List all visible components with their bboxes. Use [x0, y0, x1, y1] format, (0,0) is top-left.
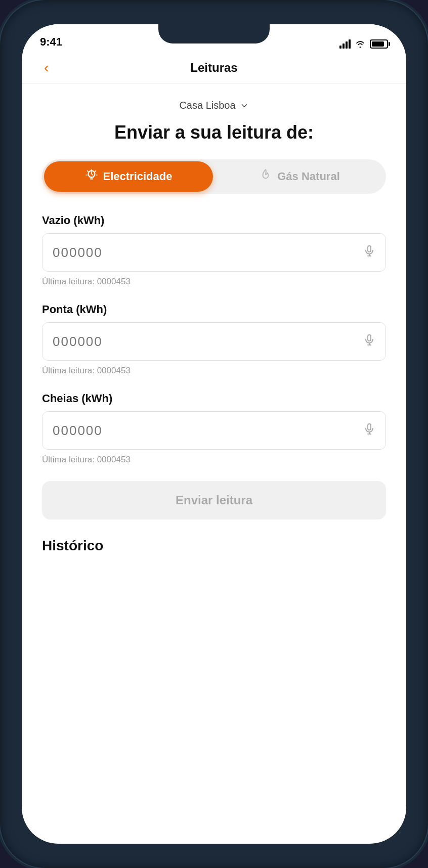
location-name: Casa Lisboa	[179, 100, 235, 111]
submit-button[interactable]: Enviar leitura	[42, 481, 386, 519]
svg-rect-4	[368, 335, 371, 341]
mic-icon-ponta[interactable]	[363, 334, 375, 350]
field-label-vazio: Vazio (kWh)	[42, 214, 386, 227]
tab-gas-label: Gás Natural	[277, 170, 340, 183]
field-group-cheias: Cheias (kWh) Última leitura: 00004	[42, 392, 386, 465]
input-cheias[interactable]	[53, 423, 363, 439]
wifi-icon	[355, 40, 366, 48]
mic-icon-cheias[interactable]	[363, 423, 375, 439]
input-wrapper-ponta	[42, 322, 386, 361]
chevron-down-icon	[240, 101, 249, 110]
field-label-ponta: Ponta (kWh)	[42, 303, 386, 316]
field-group-vazio: Vazio (kWh) Última leitura: 000045	[42, 214, 386, 287]
field-group-ponta: Ponta (kWh) Última leitura: 000045	[42, 303, 386, 376]
notch	[158, 24, 270, 44]
input-wrapper-cheias	[42, 411, 386, 450]
header: ‹ Leituras	[22, 53, 406, 83]
content-area: Casa Lisboa Enviar a sua leitura de:	[22, 83, 406, 844]
tab-gas[interactable]: Gás Natural	[215, 161, 384, 192]
tab-electricidade[interactable]: Electricidade	[44, 161, 213, 192]
status-icons	[339, 39, 388, 49]
bulb-icon	[85, 168, 98, 185]
tab-electricidade-label: Electricidade	[103, 170, 173, 183]
svg-rect-1	[368, 246, 371, 252]
status-time: 9:41	[40, 35, 62, 49]
last-reading-vazio: Última leitura: 0000453	[42, 277, 386, 287]
last-reading-cheias: Última leitura: 0000453	[42, 455, 386, 465]
historico-heading: Histórico	[42, 538, 386, 554]
back-button[interactable]: ‹	[40, 58, 53, 78]
field-label-cheias: Cheias (kWh)	[42, 392, 386, 405]
input-ponta[interactable]	[53, 334, 363, 350]
flame-icon	[259, 168, 272, 185]
location-selector[interactable]: Casa Lisboa	[42, 100, 386, 111]
last-reading-ponta: Última leitura: 0000453	[42, 366, 386, 376]
input-vazio[interactable]	[53, 245, 363, 261]
main-heading: Enviar a sua leitura de:	[42, 121, 386, 143]
phone-screen: 9:41 ‹ Leituras	[22, 24, 406, 844]
mic-icon-vazio[interactable]	[363, 245, 375, 261]
input-wrapper-vazio	[42, 233, 386, 272]
toggle-container: Electricidade Gás Natural	[42, 159, 386, 194]
phone-frame: 9:41 ‹ Leituras	[0, 0, 428, 868]
page-title: Leituras	[190, 61, 237, 75]
svg-rect-7	[368, 424, 371, 430]
signal-icon	[339, 39, 351, 49]
battery-icon	[370, 39, 388, 49]
